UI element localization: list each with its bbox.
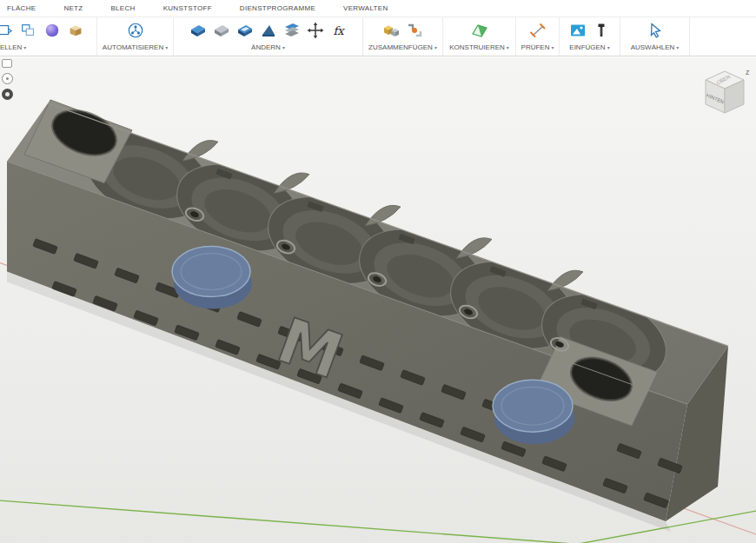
sphere-icon[interactable]	[43, 22, 62, 39]
form-tool-icon[interactable]	[19, 22, 38, 39]
tab-blech[interactable]: BLECH	[110, 4, 135, 12]
select-cursor-icon[interactable]	[646, 22, 665, 39]
toolbar-group-pruefen: PRÜFEN▾	[516, 17, 560, 56]
tab-dienstprogramme[interactable]: DIENSTPROGRAMME	[240, 4, 315, 12]
tab-netz[interactable]: NETZ	[63, 4, 83, 12]
fx-label: fx	[333, 24, 343, 37]
axis-z-label: Z	[746, 70, 750, 76]
tab-kunststoff[interactable]: KUNSTSTOFF	[163, 4, 212, 12]
konstruieren-dropdown[interactable]: KONSTRUIEREN▾	[449, 43, 509, 51]
toolbar-spacer	[690, 17, 756, 56]
toolbar-group-zusammenfuegen: ZUSAMMENFÜGEN▾	[363, 17, 443, 56]
construction-plane-icon[interactable]	[470, 22, 489, 39]
erstellen-dropdown[interactable]: ELLEN▾	[0, 43, 26, 51]
aendern-dropdown[interactable]: ÄNDERN▾	[251, 43, 285, 51]
chevron-down-icon: ▾	[282, 45, 285, 50]
axis-line-green-left	[0, 500, 574, 543]
disc-component-1[interactable]	[172, 247, 252, 309]
einfuegen-dropdown[interactable]: EINFÜGEN▾	[569, 43, 609, 51]
toolbar-group-auswaehlen: AUSWÄHLEN▾	[620, 17, 690, 56]
fillet-icon[interactable]	[212, 22, 231, 39]
assemble-icon[interactable]	[381, 22, 401, 39]
model-scene: M	[0, 57, 756, 543]
disc-2-top[interactable]	[493, 380, 573, 432]
view-cube[interactable]: Z OBEN HINTEN	[697, 66, 753, 123]
aendern-label: ÄNDERN	[251, 43, 281, 51]
chevron-down-icon: ▾	[507, 45, 509, 50]
disc-component-2[interactable]	[493, 380, 574, 444]
einfuegen-label: EINFÜGEN	[569, 43, 605, 51]
automatisieren-label: AUTOMATISIEREN	[103, 43, 163, 51]
disc-1-top[interactable]	[172, 247, 250, 297]
tab-verwalten[interactable]: VERWALTEN	[343, 4, 388, 12]
overlay-square-icon[interactable]	[2, 59, 12, 68]
move-icon[interactable]	[306, 22, 325, 39]
press-pull-icon[interactable]	[189, 22, 208, 39]
toolbar-group-erstellen: ELLEN▾	[0, 17, 97, 56]
pruefen-dropdown[interactable]: PRÜFEN▾	[521, 43, 554, 51]
chevron-down-icon: ▾	[434, 45, 437, 50]
split-icon[interactable]	[282, 22, 302, 39]
measure-icon[interactable]	[528, 22, 547, 39]
chevron-down-icon: ▾	[676, 45, 679, 50]
chevron-down-icon: ▾	[551, 45, 554, 50]
toolbar-group-konstruieren: KONSTRUIEREN▾	[443, 17, 516, 56]
chevron-down-icon: ▾	[23, 45, 26, 50]
chevron-down-icon: ▾	[607, 45, 610, 50]
automatisieren-dropdown[interactable]: AUTOMATISIEREN▾	[103, 43, 168, 51]
auswaehlen-label: AUSWÄHLEN	[631, 43, 675, 51]
toolbar-group-aendern: fx ÄNDERN▾	[174, 17, 363, 56]
shell-icon[interactable]	[235, 22, 255, 39]
zusammenfuegen-label: ZUSAMMENFÜGEN	[368, 43, 433, 51]
toolbar-group-automatisieren: AUTOMATISIEREN▾	[97, 17, 174, 56]
fx-parameters-icon[interactable]: fx	[329, 22, 348, 39]
konstruieren-label: KONSTRUIEREN	[449, 43, 505, 51]
auswaehlen-dropdown[interactable]: AUSWÄHLEN▾	[631, 43, 680, 51]
model-body[interactable]: M	[7, 100, 728, 532]
zusammenfuegen-dropdown[interactable]: ZUSAMMENFÜGEN▾	[368, 43, 437, 51]
tab-flaeche[interactable]: FLÄCHE	[7, 4, 36, 12]
erstellen-label: ELLEN	[0, 43, 22, 51]
toolbar-tab-strip: FLÄCHE NETZ BLECH KUNSTSTOFF DIENSTPROGR…	[0, 0, 756, 17]
automate-icon[interactable]	[126, 22, 145, 39]
insert-canvas-icon[interactable]	[568, 22, 587, 39]
viewport-canvas[interactable]: M Z OBEN HINTEN	[0, 57, 756, 543]
joint-icon[interactable]	[405, 22, 424, 39]
box-icon[interactable]	[66, 22, 85, 39]
fusion-window: FLÄCHE NETZ BLECH KUNSTSTOFF DIENSTPROGR…	[0, 0, 756, 543]
create-tool-icon[interactable]	[0, 22, 15, 39]
main-toolbar: ELLEN▾ AUTOMATISIEREN▾	[0, 17, 756, 56]
pruefen-label: PRÜFEN	[521, 43, 550, 51]
fastener-icon[interactable]	[592, 22, 611, 39]
draft-icon[interactable]	[259, 22, 278, 39]
toolbar-group-einfuegen: EINFÜGEN▾	[560, 17, 620, 56]
chevron-down-icon: ▾	[165, 45, 168, 50]
overlay-dot-icon[interactable]	[2, 89, 13, 100]
overlay-circle-icon[interactable]	[2, 73, 13, 84]
